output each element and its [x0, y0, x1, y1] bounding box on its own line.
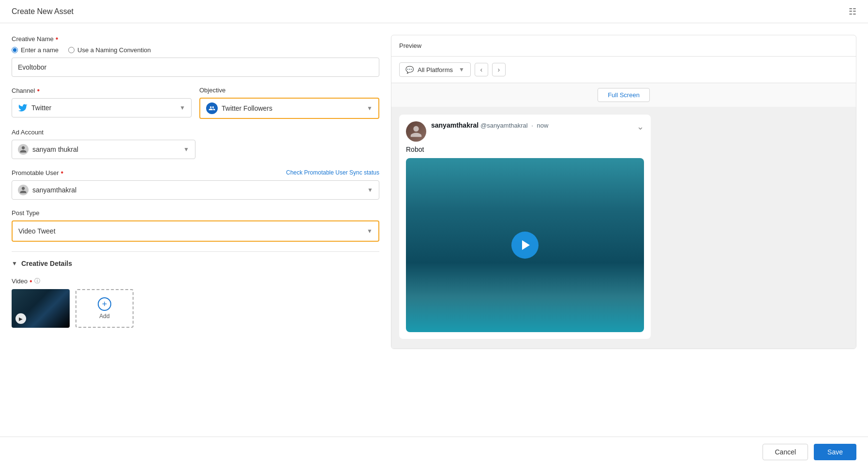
tweet-avatar-icon: [409, 125, 423, 138]
full-screen-bar: Full Screen: [391, 83, 856, 107]
post-type-select[interactable]: Video Tweet ▼: [13, 221, 378, 241]
save-button[interactable]: Save: [814, 444, 856, 460]
promotable-user-content: sanyamthakral: [18, 185, 76, 195]
prev-arrow[interactable]: ‹: [475, 63, 488, 76]
ad-account-label: Ad Account: [12, 129, 379, 136]
channel-label: Channel •: [12, 87, 192, 94]
video-thumbnail[interactable]: ▶: [12, 289, 70, 328]
tweet-user-info: sanyamthakral @sanyamthakral · now: [431, 121, 632, 129]
ad-account-select[interactable]: sanyam thukral ▼: [12, 140, 195, 159]
top-bar: Create New Asset ☷: [0, 0, 868, 23]
promotable-user-header: Promotable User • Check Promotable User …: [12, 169, 379, 176]
next-arrow[interactable]: ›: [492, 63, 506, 76]
channel-objective-row: Channel • Twitter ▼: [12, 87, 379, 119]
preview-header: Preview: [391, 35, 856, 57]
tweet-menu-icon[interactable]: ⌄: [637, 121, 644, 132]
promotable-avatar: [18, 185, 29, 195]
post-type-content: Video Tweet: [18, 227, 56, 235]
radio-enter-name[interactable]: Enter a name: [12, 46, 59, 54]
preview-content: sanyamthakral @sanyamthakral · now ⌄ Rob…: [391, 107, 856, 349]
channel-select-content: Twitter: [18, 103, 51, 113]
channel-required: •: [37, 87, 40, 94]
creative-details-chevron: ▼: [12, 260, 17, 267]
tweet-avatar: [406, 121, 426, 142]
promotable-avatar-icon: [19, 186, 27, 194]
preview-container: Preview 💬 All Platforms ▼ ‹ › Full Scree…: [391, 35, 856, 349]
platform-icon: 💬: [405, 66, 414, 73]
promotable-chevron: ▼: [367, 187, 373, 193]
radio-naming-convention[interactable]: Use a Naming Convention: [68, 46, 151, 54]
required-indicator: •: [56, 35, 59, 43]
radio-naming-convention-input[interactable]: [68, 47, 75, 53]
app-container: Create New Asset ☷ Creative Name • Enter…: [0, 0, 868, 467]
document-icon: ☷: [849, 6, 856, 17]
video-section: Video • ⓘ ▶ + Add: [12, 277, 379, 328]
video-label: Video • ⓘ: [12, 277, 379, 285]
right-panel: Preview 💬 All Platforms ▼ ‹ › Full Scree…: [391, 35, 856, 455]
left-panel: Creative Name • Enter a name Use a Namin…: [12, 35, 379, 455]
radio-group: Enter a name Use a Naming Convention: [12, 46, 379, 54]
creative-details-header[interactable]: ▼ Creative Details: [12, 251, 379, 267]
post-type-group: Post Type Video Tweet ▼: [12, 209, 379, 242]
creative-name-input[interactable]: [12, 58, 379, 77]
page-title: Create New Asset: [12, 7, 74, 16]
bottom-actions: Cancel Save: [0, 437, 868, 467]
promotable-user-select[interactable]: sanyamthakral ▼: [12, 180, 379, 200]
objective-chevron: ▼: [367, 105, 373, 112]
ad-account-chevron: ▼: [183, 146, 189, 153]
channel-group: Channel • Twitter ▼: [12, 87, 192, 119]
avatar-icon: [19, 146, 27, 153]
ad-account-group: Ad Account sanyam thukral ▼: [12, 129, 379, 159]
tweet-play-button[interactable]: [511, 232, 539, 259]
platform-select[interactable]: 💬 All Platforms ▼: [399, 62, 471, 77]
twitter-icon: [18, 103, 28, 113]
cancel-button[interactable]: Cancel: [763, 444, 808, 460]
objective-wrapper: Twitter Followers ▼: [199, 98, 379, 119]
check-sync-link[interactable]: Check Promotable User Sync status: [286, 169, 379, 176]
post-type-chevron: ▼: [367, 228, 373, 234]
objective-select-content: Twitter Followers: [206, 102, 272, 114]
post-type-wrapper: Video Tweet ▼: [12, 220, 379, 242]
tweet-text: Robot: [406, 146, 644, 153]
preview-toolbar: 💬 All Platforms ▼ ‹ ›: [391, 57, 856, 83]
ad-account-avatar: [18, 144, 29, 155]
add-video-button[interactable]: + Add: [75, 289, 134, 328]
ad-account-select-content: sanyam thukral: [18, 144, 78, 155]
objective-icon: [206, 102, 218, 114]
video-play-button-small[interactable]: ▶: [15, 313, 26, 324]
promotable-required: •: [61, 169, 64, 176]
objective-select[interactable]: Twitter Followers ▼: [200, 99, 378, 118]
channel-chevron: ▼: [180, 104, 185, 111]
objective-label: Objective: [199, 87, 379, 94]
tweet-handle: @sanyamthakral · now: [480, 122, 548, 129]
full-screen-button[interactable]: Full Screen: [598, 88, 650, 102]
video-thumbnails: ▶ + Add: [12, 289, 379, 328]
objective-group: Objective Twitter Followers: [199, 87, 379, 119]
promotable-user-group: Promotable User • Check Promotable User …: [12, 169, 379, 200]
tweet-card: sanyamthakral @sanyamthakral · now ⌄ Rob…: [399, 115, 651, 339]
video-info-icon[interactable]: ⓘ: [34, 277, 40, 285]
channel-select[interactable]: Twitter ▼: [12, 98, 192, 117]
promotable-user-label: Promotable User •: [12, 169, 63, 176]
platform-chevron: ▼: [459, 66, 464, 73]
tweet-media: [406, 158, 644, 332]
tweet-header: sanyamthakral @sanyamthakral · now ⌄: [406, 121, 644, 142]
followers-icon: [209, 105, 215, 112]
creative-name-group: Creative Name • Enter a name Use a Namin…: [12, 35, 379, 77]
add-circle-icon: +: [98, 297, 111, 311]
radio-enter-name-input[interactable]: [12, 47, 18, 53]
post-type-label: Post Type: [12, 209, 379, 217]
creative-name-label: Creative Name •: [12, 35, 379, 43]
video-required: •: [30, 277, 32, 285]
main-content: Creative Name • Enter a name Use a Namin…: [0, 23, 868, 467]
tweet-username: sanyamthakral: [431, 121, 479, 129]
